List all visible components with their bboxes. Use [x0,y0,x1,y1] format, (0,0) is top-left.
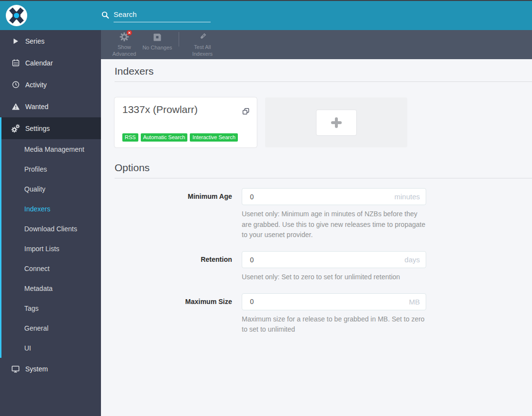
minimum-age-row: Minimum Age minutes Usenet only: Minimum… [115,188,532,240]
toolbar-separator [179,32,179,47]
sidebar-item-label: Settings [25,125,50,132]
sidebar-item-settings[interactable]: Settings [0,117,101,139]
page-title: Indexers [115,65,532,77]
retention-label: Retention [115,251,242,283]
minimum-age-help: Usenet only: Minimum age in minutes of N… [242,209,426,240]
maximum-size-unit: MB [409,298,420,306]
indexer-name: 1337x (Prowlarr) [122,104,249,115]
options-title: Options [115,162,532,174]
save-icon [152,32,162,42]
app-header [0,1,532,30]
calendar-icon [11,59,20,67]
warning-triangle-icon [11,102,20,111]
minimum-age-label: Minimum Age [115,188,242,240]
search-input[interactable] [114,9,211,22]
retention-row: Retention days Usenet only: Set to zero … [115,251,532,283]
play-icon [11,37,20,46]
toolbar: Show Advanced No Changes Test All Indexe… [101,30,532,59]
sidebar-item-connect[interactable]: Connect [1,258,101,278]
retention-input[interactable] [242,251,426,268]
vial-icon [198,32,207,42]
sidebar-item-profiles[interactable]: Profiles [1,159,101,179]
sidebar-item-general[interactable]: General [1,318,101,338]
search-icon [101,11,110,19]
show-advanced-button[interactable]: Show Advanced [108,32,141,58]
section-divider [115,178,532,178]
retention-help: Usenet only: Set to zero to set for unli… [242,272,426,283]
sidebar-item-wanted[interactable]: Wanted [0,96,101,117]
add-indexer-card[interactable] [265,97,407,147]
gear-x-icon [119,32,129,42]
sidebar-item-system[interactable]: System [0,358,101,380]
sidebar-item-activity[interactable]: Activity [0,74,101,96]
retention-unit: days [404,256,420,264]
submenu-label: Connect [24,265,50,272]
indexer-capability-tags: RSS Automatic Search Interactive Search [122,133,249,142]
maximum-size-row: Maximum Size MB Maximum size for a relea… [115,293,532,335]
sidebar: Series Calendar Activity Wanted Settings… [0,30,101,416]
section-divider [115,81,532,82]
indexer-cards-row: 1337x (Prowlarr) RSS Automatic Search In… [115,97,532,147]
indexer-card[interactable]: 1337x (Prowlarr) RSS Automatic Search In… [115,97,257,147]
sidebar-item-label: Calendar [25,59,53,67]
sidebar-item-download-clients[interactable]: Download Clients [1,219,101,239]
sidebar-item-indexers[interactable]: Indexers [1,199,101,219]
submenu-label: Tags [24,304,39,312]
submenu-label: Metadata [24,285,52,292]
tag-rss: RSS [122,133,138,142]
clock-icon [11,80,20,89]
sidebar-item-label: Series [25,37,45,45]
submenu-label: General [24,324,49,332]
sidebar-item-series[interactable]: Series [0,30,101,52]
sidebar-item-metadata[interactable]: Metadata [1,278,101,298]
plus-icon [329,115,344,130]
sonarr-logo-icon [5,4,28,27]
sidebar-item-calendar[interactable]: Calendar [0,52,101,74]
sidebar-item-quality[interactable]: Quality [1,179,101,199]
sidebar-item-ui[interactable]: UI [1,338,101,358]
sidebar-item-import-lists[interactable]: Import Lists [1,239,101,258]
maximum-size-input[interactable] [242,293,426,310]
add-indexer-button[interactable] [316,110,357,136]
sidebar-item-tags[interactable]: Tags [1,298,101,318]
settings-submenu: Media Management Profiles Quality Indexe… [0,139,101,358]
maximum-size-label: Maximum Size [115,293,242,335]
sidebar-item-label: Wanted [25,103,49,111]
clone-indexer-button[interactable] [242,108,249,115]
submenu-label: Import Lists [24,245,59,253]
minimum-age-unit: minutes [394,192,420,201]
toolbar-button-label: No Changes [142,45,172,57]
maximum-size-help: Maximum size for a release to be grabbed… [242,314,426,335]
submenu-label: UI [24,344,31,352]
search-box [101,9,211,22]
clone-icon [242,108,249,115]
settings-indexers-page: Indexers 1337x (Prowlarr) RSS Automatic … [101,59,532,416]
tag-interactive-search: Interactive Search [190,133,238,142]
tag-automatic-search: Automatic Search [141,133,188,142]
test-all-indexers-button[interactable]: Test All Indexers [186,32,219,58]
sidebar-item-media-management[interactable]: Media Management [1,139,101,159]
sidebar-item-label: System [25,365,48,373]
toolbar-button-label: Show Advanced [108,44,141,58]
red-x-badge-icon [127,30,132,35]
submenu-label: Indexers [24,205,50,213]
submenu-label: Media Management [24,145,84,153]
monitor-icon [11,365,20,373]
submenu-label: Profiles [24,165,47,173]
cogs-icon [11,124,20,133]
options-form: Minimum Age minutes Usenet only: Minimum… [115,188,532,335]
submenu-label: Download Clients [24,225,77,233]
toolbar-button-label: Test All Indexers [186,44,219,58]
no-changes-button[interactable]: No Changes [141,32,174,57]
submenu-label: Quality [24,185,46,193]
app-logo[interactable] [0,4,101,27]
sidebar-item-label: Activity [25,81,47,89]
